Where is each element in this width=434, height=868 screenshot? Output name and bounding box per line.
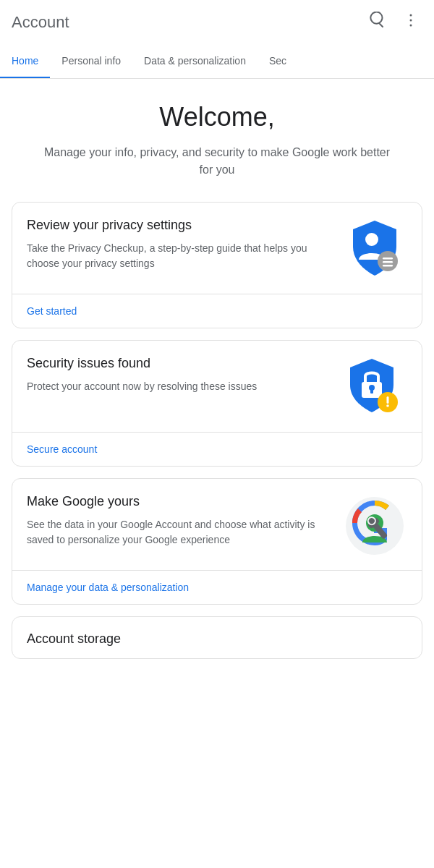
svg-rect-7 [383,265,393,267]
personalization-card-body: Make Google yours See the data in your G… [12,479,422,570]
svg-point-3 [365,233,378,246]
app-title: Account [12,13,365,32]
google-account-icon [342,493,407,558]
svg-rect-5 [383,258,393,260]
privacy-card: Review your privacy settings Take the Pr… [12,202,422,328]
get-started-link[interactable]: Get started [27,305,77,317]
privacy-card-action: Get started [12,294,422,328]
privacy-card-title: Review your privacy settings [27,217,333,234]
search-button[interactable] [365,9,388,36]
more-button[interactable] [399,9,422,36]
svg-point-1 [410,20,412,22]
security-card-text: Security issues found Protect your accou… [27,355,333,394]
personalization-card-icon [342,493,407,558]
privacy-card-icon [342,217,407,282]
account-storage-card-title: Account storage [27,631,407,647]
svg-rect-12 [387,396,389,404]
tab-security[interactable]: Sec [258,45,298,79]
header-actions [365,9,422,36]
personalization-card-title: Make Google yours [27,493,333,510]
svg-rect-10 [370,389,373,393]
personalization-card-action: Manage your data & personalization [12,571,422,604]
svg-point-2 [410,25,412,27]
tab-home[interactable]: Home [0,45,50,79]
personalization-card-description: See the data in your Google Account and … [27,517,333,548]
svg-point-13 [386,404,389,407]
security-card-description: Protect your account now by resolving th… [27,379,333,394]
privacy-shield-icon [346,218,404,281]
welcome-section: Welcome, Manage your info, privacy, and … [0,79,434,196]
personalization-card: Make Google yours See the data in your G… [12,478,422,605]
security-card-action: Secure account [12,433,422,466]
welcome-title: Welcome, [17,102,417,132]
privacy-card-body: Review your privacy settings Take the Pr… [12,203,422,294]
security-card-title: Security issues found [27,355,333,372]
header: Account [0,0,434,45]
tab-personal-info[interactable]: Personal info [50,45,132,79]
security-shield-icon [346,356,404,420]
cards-container: Review your privacy settings Take the Pr… [0,196,434,665]
privacy-card-description: Take the Privacy Checkup, a step-by-step… [27,241,333,271]
privacy-card-text: Review your privacy settings Take the Pr… [27,217,333,271]
secure-account-link[interactable]: Secure account [27,443,97,455]
security-card: Security issues found Protect your accou… [12,340,422,467]
welcome-subtitle: Manage your info, privacy, and security … [43,144,391,179]
manage-data-link[interactable]: Manage your data & personalization [27,582,189,593]
security-card-icon [342,355,407,420]
svg-point-0 [410,14,412,17]
account-storage-card: Account storage [12,616,422,659]
security-card-body: Security issues found Protect your accou… [12,341,422,432]
tab-data-personalization[interactable]: Data & personalization [132,45,258,79]
personalization-card-text: Make Google yours See the data in your G… [27,493,333,548]
account-storage-card-body: Account storage [12,617,422,658]
svg-rect-6 [383,261,393,263]
navigation-tabs: Home Personal info Data & personalizatio… [0,45,434,79]
